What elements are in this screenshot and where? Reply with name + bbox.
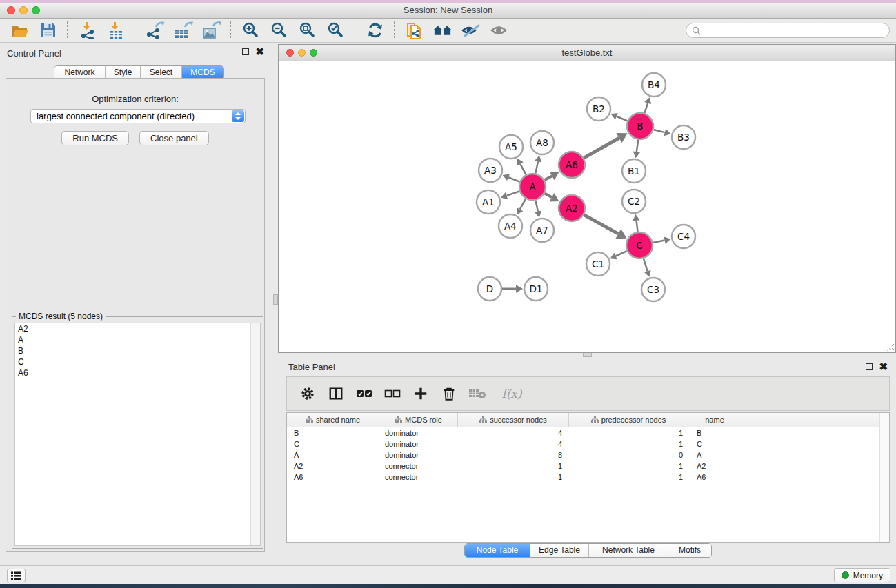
settings-gear-icon[interactable]	[299, 385, 317, 402]
table-row[interactable]: A2connector11A2	[287, 460, 889, 472]
export-image-icon[interactable]	[201, 21, 222, 40]
column-header[interactable]: shared name	[287, 413, 379, 427]
neighborhood-icon[interactable]	[432, 21, 453, 40]
column-header[interactable]: predecessor nodes	[569, 413, 688, 427]
table-scrollbar[interactable]	[879, 413, 889, 542]
export-table-icon[interactable]	[172, 21, 194, 40]
mcds-result-list[interactable]: A2ABCA6	[14, 323, 261, 546]
resize-grip-icon[interactable]	[886, 343, 895, 352]
result-scrollbar[interactable]	[250, 323, 260, 545]
result-item[interactable]: C	[15, 356, 260, 367]
vertical-splitter-handle[interactable]	[273, 294, 278, 305]
import-network-icon[interactable]	[77, 21, 98, 40]
maximize-window-button[interactable]	[32, 6, 40, 14]
node-label: C	[636, 240, 642, 251]
node-label: C2	[628, 196, 640, 207]
result-item[interactable]: B	[15, 345, 260, 356]
graph-edge[interactable]	[636, 221, 637, 232]
graph-edge[interactable]	[535, 201, 538, 212]
tab-edge-table[interactable]: Edge Table	[530, 544, 589, 557]
add-column-icon[interactable]	[412, 385, 430, 402]
table-row[interactable]: Bdominator41B	[287, 427, 889, 438]
graph-edge[interactable]	[637, 140, 638, 152]
edge-arrowhead	[516, 285, 523, 293]
graph-edge[interactable]	[520, 199, 526, 209]
search-field[interactable]	[686, 23, 890, 38]
tab-node-table[interactable]: Node Table	[465, 544, 530, 557]
node-label: A3	[484, 165, 497, 176]
table-row[interactable]: Adominator80A	[287, 449, 889, 460]
task-history-button[interactable]	[7, 569, 26, 582]
criterion-dropdown[interactable]: largest connected component (directed)	[30, 109, 246, 123]
network-canvas[interactable]: B4B2BB3A8A5A6A3B1AC2A1A2A4A7C4CC1C3DD1	[279, 61, 895, 352]
graph-edge[interactable]	[520, 164, 526, 175]
node-label: A1	[482, 196, 495, 207]
close-panel-icon[interactable]: ✖	[255, 48, 264, 56]
zoom-selected-icon[interactable]	[325, 21, 346, 40]
graph-edge[interactable]	[506, 192, 519, 196]
result-item[interactable]: A	[15, 334, 260, 345]
open-session-icon[interactable]	[9, 21, 30, 40]
control-panel-title: Control Panel	[7, 48, 61, 59]
delete-table-icon[interactable]	[468, 385, 486, 402]
list-icon	[11, 571, 21, 580]
memory-button[interactable]: Memory	[834, 568, 890, 582]
close-network-button[interactable]	[286, 49, 294, 57]
graph-edge[interactable]	[508, 177, 519, 181]
graph-edge[interactable]	[584, 138, 619, 158]
close-window-button[interactable]	[7, 6, 15, 14]
result-item[interactable]: A2	[15, 323, 260, 334]
duplicate-network-icon[interactable]	[404, 21, 425, 40]
minimize-network-button[interactable]	[298, 49, 306, 57]
graph-edge[interactable]	[584, 215, 619, 234]
graph-edge[interactable]	[616, 251, 627, 256]
refresh-layout-icon[interactable]	[364, 21, 386, 40]
table-row[interactable]: A6connector11A6	[287, 472, 889, 483]
split-view-icon[interactable]	[327, 385, 345, 402]
function-builder-icon[interactable]: f(x)	[497, 385, 527, 402]
result-item[interactable]: A6	[15, 367, 260, 378]
network-window-titlebar[interactable]: testGlobe.txt	[279, 45, 895, 61]
graph-edge[interactable]	[617, 116, 628, 121]
show-all-icon[interactable]	[488, 21, 510, 40]
graph-edge[interactable]	[644, 103, 648, 113]
export-network-icon[interactable]	[144, 21, 166, 40]
float-table-panel-icon[interactable]	[866, 363, 873, 370]
column-header[interactable]: MCDS role	[379, 413, 458, 427]
mcds-result-title: MCDS result (5 nodes)	[16, 312, 106, 321]
minimize-window-button[interactable]	[19, 6, 28, 14]
zoom-out-icon[interactable]	[268, 21, 290, 40]
node-table[interactable]: shared nameMCDS rolesuccessor nodesprede…	[286, 412, 890, 543]
graph-edge[interactable]	[545, 194, 552, 198]
graph-edge[interactable]	[653, 130, 664, 132]
save-session-icon[interactable]	[37, 21, 59, 40]
unselect-all-columns-icon[interactable]	[384, 385, 401, 402]
close-panel-button[interactable]: Close panel	[139, 131, 209, 145]
hide-selected-icon[interactable]	[460, 21, 481, 40]
graph-edge[interactable]	[653, 241, 665, 243]
zoom-fit-icon[interactable]	[297, 21, 318, 40]
close-table-panel-icon[interactable]: ✖	[879, 363, 888, 371]
delete-column-icon[interactable]	[440, 385, 458, 402]
table-row[interactable]: Cdominator41C	[287, 438, 889, 449]
tab-network-table[interactable]: Network Table	[589, 544, 668, 557]
maximize-network-button[interactable]	[310, 49, 317, 57]
table-cell: B	[688, 429, 741, 437]
select-all-columns-icon[interactable]	[355, 385, 373, 402]
main-titlebar[interactable]: Session: New Session	[0, 3, 896, 19]
float-panel-icon[interactable]	[242, 48, 249, 55]
graph-edge[interactable]	[544, 176, 552, 180]
optimization-criterion-label: Optimization criterion:	[6, 94, 264, 104]
column-header[interactable]: successor nodes	[458, 413, 569, 427]
table-cell: C	[688, 440, 741, 448]
search-input[interactable]	[704, 25, 879, 36]
zoom-in-icon[interactable]	[240, 21, 261, 40]
tab-motifs[interactable]: Motifs	[668, 544, 711, 557]
run-mcds-button[interactable]: Run MCDS	[61, 131, 129, 145]
column-header[interactable]: name	[688, 413, 741, 427]
table-cell: 1	[569, 462, 688, 470]
graph-edge[interactable]	[644, 258, 648, 271]
import-table-icon[interactable]	[105, 21, 126, 40]
table-cell: 1	[569, 440, 688, 448]
graph-edge[interactable]	[535, 161, 538, 173]
